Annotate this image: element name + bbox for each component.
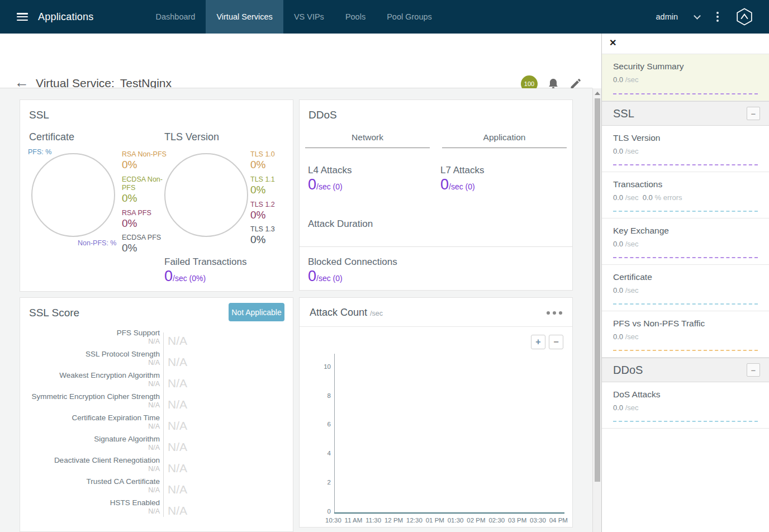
- collapse-button[interactable]: −: [747, 107, 760, 120]
- ddos-column-headers: Network Application: [305, 132, 567, 148]
- vertical-scrollbar-track[interactable]: [592, 88, 601, 532]
- metric-card-value: 0.0 /sec: [613, 75, 758, 84]
- non-pfs-axis-label: Non-PFS: %: [78, 239, 116, 247]
- l7-attacks-metric: L7 Attacks 0/sec (0): [440, 165, 484, 192]
- metric-card-title: Transactions: [613, 179, 758, 189]
- attack-count-panel: Attack Count /sec + − 10 8 6 4 2 0 10:30…: [299, 297, 573, 528]
- ssl-panel: SSL Certificate TLS Version PFS: % Non-P…: [20, 99, 293, 292]
- sparkline: [613, 164, 758, 165]
- zoom-in-button[interactable]: +: [531, 335, 545, 349]
- metric-card-title: Key Exchange: [613, 226, 758, 236]
- tls-legend: TLS 1.0 0% TLS 1.1 0% TLS 1.2 0% TLS 1.3…: [250, 150, 289, 250]
- nav-item-pool-groups[interactable]: Pool Groups: [376, 0, 443, 34]
- metric-card-transactions[interactable]: Transactions 0.0 /sec 0.0 % errors: [602, 172, 769, 218]
- legend-label: TLS 1.1: [250, 175, 289, 184]
- metric-value: 0/sec (0): [308, 269, 397, 284]
- legend-entry: TLS 1.0 0%: [250, 150, 289, 172]
- metric-card-security-summary[interactable]: Security Summary 0.0 /sec: [602, 54, 769, 101]
- score-row: Signature AlgorithmN/A N/A: [20, 433, 293, 454]
- legend-label: RSA Non-PFS: [122, 150, 173, 159]
- sidebar-section-ssl: SSL −: [602, 101, 769, 126]
- section-title: DDoS: [613, 364, 643, 377]
- legend-label: TLS 1.2: [250, 201, 289, 209]
- legend-value: 0%: [122, 159, 173, 172]
- metric-card-value: 0.0 /sec 0.0 % errors: [613, 193, 758, 202]
- metric-value: 0/sec (0): [308, 177, 352, 192]
- legend-label: TLS 1.3: [250, 225, 289, 234]
- avi-logo-icon[interactable]: [735, 8, 753, 26]
- scrollbar-up-arrow[interactable]: [595, 92, 600, 95]
- blocked-connections-metric: Blocked Connections 0/sec (0): [308, 256, 397, 284]
- hamburger-menu-icon[interactable]: [17, 13, 28, 21]
- metric-label: Blocked Connections: [308, 256, 397, 268]
- nav-item-vs-vips[interactable]: VS VIPs: [283, 0, 335, 34]
- score-row: Weakest Encryption AlgorithmN/A N/A: [20, 369, 293, 391]
- x-tick: 02 PM: [467, 517, 485, 524]
- certificate-subtitle: Certificate: [29, 131, 74, 143]
- nav-item-pools[interactable]: Pools: [335, 0, 376, 34]
- metric-card-title: Certificate: [613, 272, 758, 282]
- x-tick: 11 AM: [345, 517, 363, 524]
- y-axis-line: [334, 354, 335, 513]
- metric-card-pfs-traffic[interactable]: PFS vs Non-PFS Traffic 0.0 /sec: [602, 311, 769, 358]
- certificate-donut-chart: [31, 153, 115, 237]
- sidebar-section-ddos: DDoS −: [602, 358, 769, 382]
- metric-card-title: DoS Attacks: [613, 390, 758, 400]
- collapse-button[interactable]: −: [747, 363, 760, 377]
- metric-card-dos-attacks[interactable]: DoS Attacks 0.0 /sec: [602, 382, 769, 429]
- user-chevron-down-icon[interactable]: [694, 12, 701, 20]
- virtual-service-name: TestNginx: [120, 77, 172, 89]
- score-row: SSL Protocol StrengthN/A N/A: [20, 348, 293, 369]
- status-badge: Not Applicable: [229, 303, 284, 321]
- legend-entry: TLS 1.1 0%: [250, 175, 289, 197]
- legend-label: ECDSA PFS: [122, 234, 173, 242]
- metric-card-key-exchange[interactable]: Key Exchange 0.0 /sec: [602, 218, 769, 265]
- kebab-menu-icon[interactable]: [716, 12, 719, 22]
- ddos-panel: DDoS Network Application L4 Attacks 0/se…: [299, 99, 573, 291]
- application-column-header: Application: [442, 132, 567, 148]
- legend-label: RSA PFS: [122, 209, 173, 217]
- legend-value: 0%: [122, 242, 173, 255]
- score-row: Certificate Expiration TimeN/A N/A: [20, 412, 293, 433]
- nav-item-dashboard[interactable]: Dashboard: [145, 0, 206, 34]
- x-tick: 10:30: [325, 517, 341, 524]
- y-tick: 0: [315, 508, 331, 515]
- attack-count-title: Attack Count /sec: [310, 307, 383, 319]
- app-brand: Applications: [38, 11, 93, 23]
- ssl-score-panel: SSL Score Not Applicable PFS SupportN/A …: [20, 297, 293, 532]
- x-tick: 11:30: [365, 517, 381, 524]
- metric-card-title: PFS vs Non-PFS Traffic: [613, 319, 758, 329]
- x-tick: 12:30: [406, 517, 423, 524]
- metric-card-certificate[interactable]: Certificate 0.0 /sec: [602, 265, 769, 311]
- scrollbar-thumb[interactable]: [595, 98, 600, 482]
- metric-card-tls-version[interactable]: TLS Version 0.0 /sec: [602, 126, 769, 172]
- metric-value: 0/sec (0): [440, 177, 484, 192]
- page-header: ← Virtual Service:TestNginx 100 Analytic…: [0, 34, 592, 88]
- score-row: Symmetric Encryption Cipher StrengthN/A …: [20, 391, 293, 412]
- metric-value: 0/sec (0%): [164, 269, 246, 284]
- close-icon[interactable]: ✕: [609, 37, 616, 48]
- metric-card-value: 0.0 /sec: [613, 403, 758, 412]
- sparkline: [613, 350, 758, 351]
- nav-menu: Dashboard Virtual Services VS VIPs Pools…: [145, 0, 442, 34]
- x-tick: 12 PM: [385, 517, 403, 524]
- x-axis-ticks: 10:30 11 AM 11:30 12 PM 12:30 01 PM 01:3…: [325, 517, 568, 524]
- y-tick: 4: [315, 450, 331, 457]
- sparkline: [613, 211, 758, 212]
- panel-menu-button[interactable]: [547, 311, 562, 315]
- nav-item-virtual-services[interactable]: Virtual Services: [206, 0, 283, 34]
- metric-label: L4 Attacks: [308, 165, 352, 176]
- x-axis-baseline: [334, 512, 564, 514]
- zoom-out-button[interactable]: −: [549, 335, 563, 349]
- back-arrow-button[interactable]: ←: [15, 75, 29, 89]
- ssl-panel-title: SSL: [29, 109, 49, 121]
- legend-value: 0%: [250, 159, 289, 172]
- metric-card-value: 0.0 /sec: [613, 147, 758, 155]
- x-tick: 03:30: [530, 517, 546, 524]
- metric-card-value: 0.0 /sec: [613, 286, 758, 294]
- legend-entry: ECDSA PFS 0%: [122, 234, 173, 255]
- metric-card-title: TLS Version: [613, 133, 758, 143]
- legend-value: 0%: [122, 217, 173, 230]
- ssl-score-title: SSL Score: [29, 307, 79, 319]
- metric-label: L7 Attacks: [440, 165, 484, 176]
